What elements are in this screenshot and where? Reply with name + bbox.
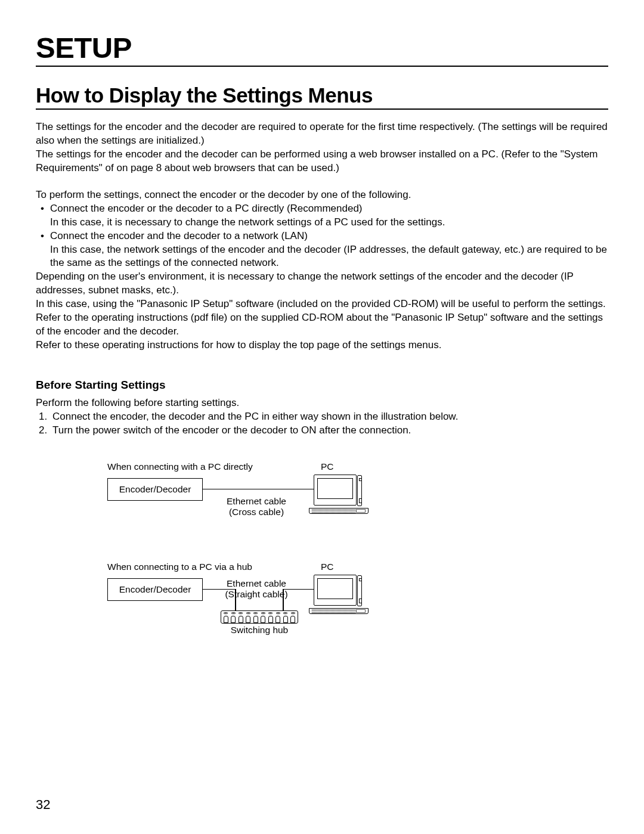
diag2-encoder-box: Encoder/Decoder bbox=[107, 578, 203, 601]
setup-title: SETUP bbox=[36, 31, 608, 67]
diag1-pc-label: PC bbox=[321, 461, 334, 472]
before-lead: Perform the following before starting se… bbox=[36, 396, 608, 410]
diag1-cable-label: Ethernet cable (Cross cable) bbox=[209, 496, 304, 517]
diag2-pc-label: PC bbox=[321, 562, 334, 572]
section-title: How to Display the Settings Menus bbox=[36, 83, 608, 110]
connect-p3: Depending on the user's environment, it … bbox=[36, 270, 608, 297]
bullet-2: Connect the encoder and the decoder to a… bbox=[50, 230, 608, 271]
diag2-cable-line2: (Straight cable) bbox=[225, 589, 287, 599]
intro-block: The settings for the encoder and the dec… bbox=[36, 120, 608, 175]
page-number: 32 bbox=[36, 797, 50, 813]
monitor-icon bbox=[314, 575, 357, 606]
intro-p1: The settings for the encoder and the dec… bbox=[36, 120, 608, 148]
diagram-direct: When connecting with a PC directly PC En… bbox=[107, 461, 537, 539]
step-2: Turn the power switch of the encoder or … bbox=[50, 424, 608, 438]
step-1: Connect the encoder, the decoder and the… bbox=[50, 410, 608, 424]
diag1-cable-line bbox=[203, 489, 314, 490]
before-steps: Connect the encoder, the decoder and the… bbox=[36, 410, 608, 438]
keyboard-icon bbox=[309, 508, 369, 514]
monitor-icon bbox=[314, 475, 357, 506]
tower-icon bbox=[357, 475, 362, 506]
bullet-2-line2: In this case, the network settings of th… bbox=[50, 243, 608, 271]
bullet-1: Connect the encoder or the decoder to a … bbox=[50, 202, 608, 230]
diag1-title: When connecting with a PC directly bbox=[107, 461, 253, 472]
intro-p2: The settings for the encoder and the dec… bbox=[36, 148, 608, 175]
diag2-hub-label: Switching hub bbox=[221, 625, 298, 635]
pc-icon bbox=[314, 475, 369, 514]
connect-bullets: Connect the encoder or the decoder to a … bbox=[36, 202, 608, 271]
diag2-cable-line1: Ethernet cable bbox=[227, 578, 286, 588]
keyboard-icon bbox=[309, 608, 369, 614]
document-page: SETUP How to Display the Settings Menus … bbox=[0, 0, 644, 834]
tower-icon bbox=[357, 575, 362, 606]
hub-icon bbox=[221, 610, 298, 624]
diag1-encoder-box: Encoder/Decoder bbox=[107, 478, 203, 501]
connect-lead: To perform the settings, connect the enc… bbox=[36, 188, 608, 202]
bullet-1-line2: In this case, it is necessary to change … bbox=[50, 216, 608, 230]
before-heading: Before Starting Settings bbox=[36, 379, 608, 392]
connect-p4: In this case, using the "Panasonic IP Se… bbox=[36, 297, 608, 311]
connect-p6: Refer to these operating instructions fo… bbox=[36, 339, 608, 352]
diag1-encoder-label: Encoder/Decoder bbox=[119, 484, 191, 495]
diag1-cable-line2: (Cross cable) bbox=[229, 507, 284, 517]
diag1-cable-line1: Ethernet cable bbox=[227, 496, 286, 506]
pc-icon bbox=[314, 575, 369, 614]
diag2-encoder-label: Encoder/Decoder bbox=[119, 584, 191, 595]
diagram-area: When connecting with a PC directly PC En… bbox=[107, 461, 537, 639]
connect-p5: Refer to the operating instructions (pdf… bbox=[36, 311, 608, 339]
diagram-hub: When connecting to a PC via a hub PC Enc… bbox=[107, 562, 537, 639]
diag2-cable-label: Ethernet cable (Straight cable) bbox=[209, 578, 304, 600]
bullet-2-line1: Connect the encoder and the decoder to a… bbox=[50, 230, 608, 243]
bullet-1-line1: Connect the encoder or the decoder to a … bbox=[50, 202, 608, 216]
diag2-title: When connecting to a PC via a hub bbox=[107, 562, 252, 572]
connect-block: To perform the settings, connect the enc… bbox=[36, 188, 608, 352]
